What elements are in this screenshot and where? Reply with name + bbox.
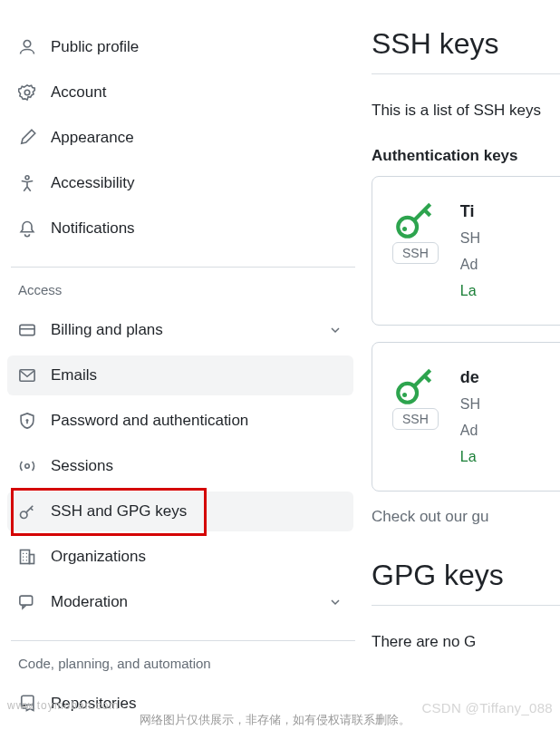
sidebar-item-accessibility[interactable]: Accessibility: [7, 163, 353, 203]
divider: [11, 267, 355, 268]
footer-site: www.toymoban.com: [7, 699, 119, 712]
svg-point-0: [24, 90, 30, 95]
key-title: Ti: [460, 197, 480, 226]
svg-point-10: [398, 218, 417, 237]
sidebar-section-access: Access: [7, 277, 372, 310]
credit-card-icon: [18, 321, 42, 339]
ssh-badge: SSH: [392, 242, 439, 264]
divider: [11, 640, 355, 641]
gpg-empty-text: There are no G: [372, 633, 560, 651]
sidebar-item-ssh-gpg-keys[interactable]: SSH and GPG keys: [7, 492, 353, 531]
svg-rect-7: [21, 550, 30, 564]
svg-point-1: [25, 176, 29, 180]
svg-point-11: [402, 227, 407, 231]
bell-icon: [18, 219, 42, 238]
ssh-badge: SSH: [392, 408, 439, 430]
svg-point-6: [21, 511, 28, 519]
sidebar-item-label: Billing and plans: [51, 321, 328, 339]
checkout-text: Check out our gu: [372, 508, 560, 526]
chevron-down-icon: [328, 595, 343, 609]
settings-sidebar: Public profile Account Appearance Access…: [0, 0, 372, 729]
key-last-used: La: [460, 278, 480, 305]
sidebar-item-appearance[interactable]: Appearance: [7, 118, 353, 158]
sidebar-item-label: Organizations: [51, 548, 343, 566]
sidebar-item-billing[interactable]: Billing and plans: [7, 310, 353, 350]
sidebar-item-label: Public profile: [51, 38, 343, 56]
gpg-keys-heading: GPG keys: [372, 559, 560, 592]
sidebar-item-label: Accessibility: [51, 174, 343, 192]
sidebar-item-label: Password and authentication: [51, 412, 343, 430]
footer-note: 网络图片仅供展示，非存储，如有侵权请联系删除。: [140, 712, 410, 728]
key-icon: [18, 502, 42, 521]
sidebar-item-label: Account: [51, 83, 343, 102]
sidebar-item-password[interactable]: Password and authentication: [7, 401, 353, 441]
key-title: de: [460, 363, 480, 392]
paintbrush-icon: [18, 129, 42, 147]
sidebar-item-label: Moderation: [51, 593, 328, 611]
shield-lock-icon: [18, 412, 42, 430]
key-added: Ad: [460, 252, 480, 278]
svg-rect-9: [20, 596, 33, 605]
key-last-used: La: [460, 444, 480, 471]
auth-keys-subhead: Authentication keys: [372, 147, 560, 165]
gear-icon: [18, 83, 42, 102]
sidebar-item-emails[interactable]: Emails: [7, 355, 353, 395]
key-sha: SH: [460, 392, 480, 418]
key-sha: SH: [460, 226, 480, 252]
sidebar-item-sessions[interactable]: Sessions: [7, 446, 353, 486]
sidebar-item-label: SSH and GPG keys: [51, 502, 343, 521]
svg-point-4: [26, 419, 29, 422]
svg-rect-8: [30, 555, 34, 564]
ssh-key-card: SSH Ti SH Ad La: [372, 176, 560, 326]
sidebar-item-label: Sessions: [51, 457, 343, 475]
sidebar-item-moderation[interactable]: Moderation: [7, 582, 353, 622]
key-icon: [392, 363, 439, 408]
svg-point-5: [25, 464, 30, 469]
ssh-keys-lead: This is a list of SSH keys: [372, 102, 560, 120]
svg-point-12: [398, 384, 417, 403]
organization-icon: [18, 548, 42, 566]
person-icon: [18, 38, 42, 56]
svg-point-13: [402, 393, 407, 397]
svg-rect-2: [20, 325, 34, 335]
ssh-keys-heading: SSH keys: [372, 27, 560, 61]
sidebar-item-organizations[interactable]: Organizations: [7, 537, 353, 577]
main-content: SSH keys This is a list of SSH keys Auth…: [372, 0, 560, 729]
sidebar-item-label: Emails: [51, 366, 343, 384]
sidebar-item-public-profile[interactable]: Public profile: [7, 27, 353, 67]
key-icon: [392, 197, 439, 242]
sidebar-item-notifications[interactable]: Notifications: [7, 209, 353, 248]
chevron-down-icon: [328, 323, 343, 337]
key-added: Ad: [460, 418, 480, 444]
divider: [372, 605, 560, 606]
sidebar-item-label: Notifications: [51, 219, 343, 238]
sidebar-section-code: Code, planning, and automation: [7, 650, 372, 684]
accessibility-icon: [18, 174, 42, 192]
watermark: CSDN @Tiffany_088: [421, 700, 553, 715]
sidebar-item-account[interactable]: Account: [7, 73, 353, 112]
divider: [372, 73, 560, 74]
ssh-key-card: SSH de SH Ad La: [372, 342, 560, 492]
broadcast-icon: [18, 457, 42, 475]
mail-icon: [18, 366, 42, 384]
comment-discussion-icon: [18, 593, 42, 611]
sidebar-item-label: Appearance: [51, 129, 343, 147]
